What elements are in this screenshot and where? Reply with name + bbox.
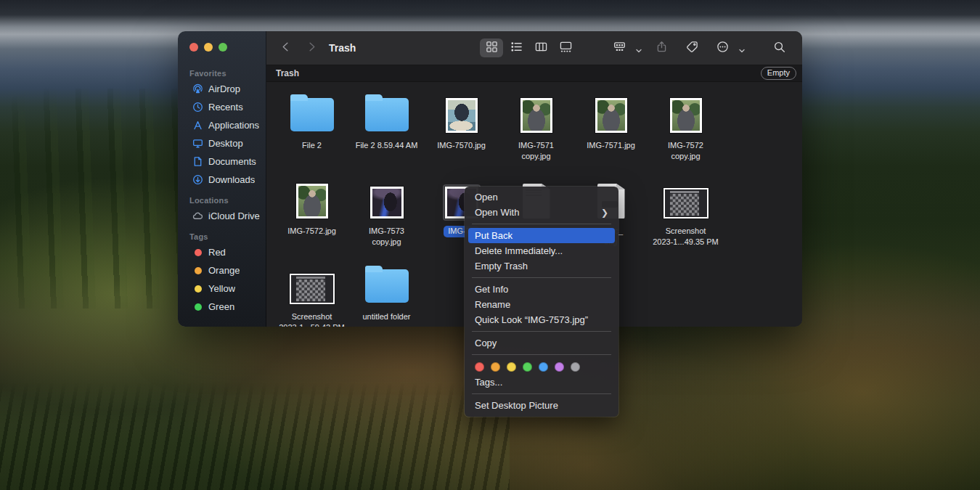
file-icon [296,184,328,219]
menu-item-label: Copy [475,338,608,348]
file-thumb-zone [661,173,711,221]
file-thumb-zone [444,87,480,135]
file-item[interactable]: File 2 [274,87,349,173]
file-item[interactable]: IMG-7572.jpg [274,173,349,258]
menu-tag-color-dot[interactable] [539,362,548,372]
search-button[interactable] [767,38,791,57]
file-label-line: Screenshot [279,311,345,322]
file-label-line: File 2 8.59.44 AM [356,140,418,151]
menu-item-copy[interactable]: Copy [468,335,615,351]
file-item[interactable]: IMG-7571copy.jpg [499,87,573,173]
file-label-line: IMG-7572.jpg [287,226,336,237]
sidebar-item-red[interactable]: Red [182,243,261,261]
downloads-icon [192,174,203,185]
group-by-button[interactable] [608,38,631,57]
file-item[interactable]: File 2 8.59.44 AM [349,87,424,173]
sidebar-item-icloud-drive[interactable]: iCloud Drive [182,207,261,225]
file-label-line: copy.jpg [518,151,554,162]
file-label: Screenshot2023-1...49.35 PM [653,226,719,247]
menu-item-label: Quick Look “IMG-7573.jpg” [475,314,608,325]
column-view-button[interactable] [529,38,552,57]
file-thumb-wrap [518,96,555,135]
sidebar-section-tags: TagsRedOrangeYellowGreen [178,229,266,316]
sidebar-section-title: Locations [178,193,266,207]
empty-trash-button[interactable]: Empty [761,67,796,80]
menu-tag-color-dot[interactable] [491,362,500,372]
file-label: Screenshot2023-1...59.42 PM [279,311,345,327]
menu-tag-color-dot[interactable] [555,362,564,372]
file-label: IMG-7572.jpg [287,226,336,237]
sidebar-item-applications[interactable]: Applications [182,116,261,134]
file-item[interactable]: IMG-7571.jpg [573,87,648,173]
tag-dot-icon [195,267,202,274]
sidebar-item-orange[interactable]: Orange [182,261,261,279]
file-label-line: IMG-7571.jpg [587,140,635,151]
menu-tag-color-dot[interactable] [475,362,484,372]
file-item[interactable]: Screenshot2023-1...59.42 PM [274,258,349,327]
sidebar-item-airdrop[interactable]: AirDrop [182,80,261,98]
file-thumb-zone [363,258,411,306]
menu-item-get-info[interactable]: Get Info [468,282,615,297]
submenu-arrow-icon: ❯ [601,208,608,218]
group-by-icon [613,41,626,55]
menu-item-quick-look-img-7573-jpg[interactable]: Quick Look “IMG-7573.jpg” [468,312,615,327]
sidebar: FavoritesAirDropRecentsApplicationsDeskt… [178,31,266,327]
sidebar-item-recents[interactable]: Recents [182,98,261,116]
recents-icon [192,102,203,113]
minimize-window-button[interactable] [204,43,213,52]
menu-item-label: Open [475,192,608,203]
sidebar-item-green[interactable]: Green [182,298,261,316]
more-actions-button[interactable] [711,38,734,57]
context-menu: OpenOpen With❯Put BackDelete Immediately… [465,187,618,417]
menu-tag-color-dot[interactable] [523,362,532,372]
menu-item-delete-immediately[interactable]: Delete Immediately... [468,243,615,258]
share-button[interactable] [650,38,673,57]
sidebar-item-desktop[interactable]: Desktop [182,134,261,152]
menu-item-label: Open With [475,207,601,218]
file-icon [365,98,409,131]
file-item[interactable]: IMG-7573copy.jpg [349,173,424,258]
back-button[interactable] [278,38,293,57]
menu-item-label: Tags... [475,377,608,388]
sidebar-item-documents[interactable]: Documents [182,152,261,171]
file-label-line: untitled folder [362,311,410,322]
file-label-line: IMG-7571 [518,140,554,151]
share-icon [656,41,668,55]
sidebar-item-downloads[interactable]: Downloads [182,171,261,189]
sidebar-item-label: Red [208,247,226,258]
menu-item-open[interactable]: Open [468,189,615,205]
zoom-window-button[interactable] [219,43,227,52]
menu-item-set-desktop-picture[interactable]: Set Desktop Picture [468,398,615,413]
gallery-view-button[interactable] [554,38,577,57]
file-item[interactable]: IMG-7572copy.jpg [648,87,723,173]
file-item[interactable]: untitled folder [349,258,424,327]
list-view-button[interactable] [505,38,528,57]
sidebar-sections: FavoritesAirDropRecentsApplicationsDeskt… [178,66,266,316]
menu-item-open-with[interactable]: Open With❯ [468,205,615,220]
action-buttons [608,38,746,57]
file-thumb-wrap [294,181,330,221]
menu-item-tags[interactable]: Tags... [468,375,615,390]
menu-item-put-back[interactable]: Put Back [468,228,615,243]
tag-button[interactable] [680,38,703,57]
menu-tag-color-dot[interactable] [507,362,516,372]
wallpaper-vineyard [0,383,510,490]
file-label: IMG-7571copy.jpg [518,140,554,161]
close-window-button[interactable] [189,43,198,52]
gallery-view-icon [560,41,572,55]
icon-view-button[interactable] [480,38,503,57]
menu-item-rename[interactable]: Rename [468,297,615,312]
sidebar-section-favorites: FavoritesAirDropRecentsApplicationsDeskt… [178,66,266,189]
sidebar-item-yellow[interactable]: Yellow [182,279,261,298]
file-item[interactable]: Screenshot2023-1...49.35 PM [648,173,723,258]
file-icon [365,269,409,303]
forward-button[interactable] [304,38,319,57]
menu-item-empty-trash[interactable]: Empty Trash [468,258,615,274]
sidebar-item-label: Applications [208,120,259,131]
menu-tag-color-dot[interactable] [571,362,580,372]
file-label-line: copy.jpg [668,151,703,162]
tag-dot-icon [195,249,202,256]
list-view-icon [510,41,523,55]
file-item[interactable]: IMG-7570.jpg [424,87,499,173]
toolbar: Trash [266,31,802,65]
